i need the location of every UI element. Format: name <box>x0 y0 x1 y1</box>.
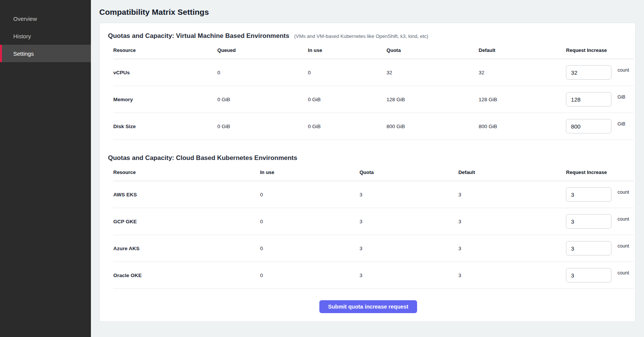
in-use-cell: 0 GiB <box>308 86 386 113</box>
cloud-table-header-row: Resource In use Quota Default Request In… <box>113 164 634 181</box>
resource-cell: Memory <box>113 86 217 113</box>
queued-cell: 0 <box>217 59 308 86</box>
in-use-cell: 0 GiB <box>308 113 386 140</box>
column-header-resource: Resource <box>113 42 217 59</box>
unit-label: count <box>617 270 629 276</box>
default-cell: 3 <box>458 181 566 208</box>
quota-cell: 3 <box>360 208 458 235</box>
unit-label: GiB <box>617 121 625 127</box>
table-row: vCPUs 0 0 32 32 count <box>113 59 634 86</box>
unit-label: count <box>617 216 629 222</box>
sidebar-item-overview[interactable]: Overview <box>0 10 91 27</box>
request-increase-input[interactable] <box>566 241 611 255</box>
table-row: Memory 0 GiB 0 GiB 128 GiB 128 GiB GiB <box>113 86 634 113</box>
cloud-section-heading: Quotas and Capacity: Cloud Based Kuberne… <box>108 154 628 162</box>
resource-cell: Azure AKS <box>113 235 260 262</box>
request-increase-input[interactable] <box>566 119 611 133</box>
resource-cell: vCPUs <box>113 59 217 86</box>
quota-cell: 32 <box>386 59 478 86</box>
unit-label: count <box>617 67 629 73</box>
column-header-resource: Resource <box>113 164 260 181</box>
sidebar-item-label: Overview <box>13 16 37 22</box>
quota-cell: 800 GiB <box>386 113 478 140</box>
vm-quota-table: Resource Queued In use Quota Default Req… <box>113 42 634 140</box>
in-use-cell: 0 <box>260 235 359 262</box>
column-header-quota: Quota <box>360 164 458 181</box>
page-title: Compatibility Matrix Settings <box>99 8 636 17</box>
request-cell: GiB <box>566 86 634 113</box>
default-cell: 3 <box>458 262 566 289</box>
default-cell: 3 <box>458 235 566 262</box>
column-header-request-increase: Request Increase <box>566 164 634 181</box>
resource-cell: Disk Size <box>113 113 217 140</box>
table-row: Oracle OKE 0 3 3 count <box>113 262 634 289</box>
queued-cell: 0 GiB <box>217 113 308 140</box>
request-cell: count <box>566 208 634 235</box>
column-header-request-increase: Request Increase <box>566 42 634 59</box>
sidebar-item-label: History <box>13 33 31 39</box>
sidebar-item-history[interactable]: History <box>0 27 91 45</box>
quota-cell: 3 <box>360 262 458 289</box>
sidebar-item-settings[interactable]: Settings <box>0 45 91 62</box>
vm-table-header-row: Resource Queued In use Quota Default Req… <box>113 42 634 59</box>
in-use-cell: 0 <box>260 208 359 235</box>
in-use-cell: 0 <box>260 262 359 289</box>
resource-cell: AWS EKS <box>113 181 260 208</box>
submit-row: Submit quota increase request <box>108 289 628 313</box>
request-increase-input[interactable] <box>566 268 611 282</box>
request-cell: count <box>566 262 634 289</box>
sidebar: Overview History Settings <box>0 0 91 337</box>
quota-cell: 3 <box>360 235 458 262</box>
default-cell: 128 GiB <box>479 86 566 113</box>
cloud-quota-table: Resource In use Quota Default Request In… <box>113 164 634 289</box>
request-increase-input[interactable] <box>566 214 611 229</box>
request-cell: count <box>566 181 634 208</box>
column-header-queued: Queued <box>217 42 308 59</box>
vm-section-subtitle: (VMs and VM-based Kubernetes like OpenSh… <box>294 33 428 39</box>
unit-label: GiB <box>617 94 625 100</box>
unit-label: count <box>617 243 629 249</box>
cloud-section-title: Quotas and Capacity: Cloud Based Kuberne… <box>108 154 297 161</box>
queued-cell: 0 GiB <box>217 86 308 113</box>
table-row: Azure AKS 0 3 3 count <box>113 235 634 262</box>
unit-label: count <box>617 190 629 195</box>
resource-cell: Oracle OKE <box>113 262 260 289</box>
quota-cell: 3 <box>360 181 458 208</box>
request-cell: GiB <box>566 113 634 140</box>
vm-section-heading: Quotas and Capacity: Virtual Machine Bas… <box>108 32 628 40</box>
submit-quota-increase-button[interactable]: Submit quota increase request <box>319 300 417 313</box>
request-increase-input[interactable] <box>566 65 611 80</box>
default-cell: 3 <box>458 208 566 235</box>
column-header-quota: Quota <box>386 42 478 59</box>
request-cell: count <box>566 235 634 262</box>
table-row: GCP GKE 0 3 3 count <box>113 208 634 235</box>
in-use-cell: 0 <box>308 59 386 86</box>
column-header-default: Default <box>458 164 566 181</box>
request-increase-input[interactable] <box>566 92 611 107</box>
table-row: Disk Size 0 GiB 0 GiB 800 GiB 800 GiB Gi… <box>113 113 634 140</box>
main-content: Compatibility Matrix Settings Quotas and… <box>91 0 644 337</box>
column-header-in-use: In use <box>308 42 386 59</box>
default-cell: 800 GiB <box>479 113 566 140</box>
request-increase-input[interactable] <box>566 187 611 202</box>
column-header-in-use: In use <box>260 164 359 181</box>
in-use-cell: 0 <box>260 181 359 208</box>
settings-card: Quotas and Capacity: Virtual Machine Bas… <box>99 23 636 322</box>
table-row: AWS EKS 0 3 3 count <box>113 181 634 208</box>
default-cell: 32 <box>479 59 566 86</box>
column-header-default: Default <box>479 42 566 59</box>
quota-cell: 128 GiB <box>386 86 478 113</box>
request-cell: count <box>566 59 634 86</box>
resource-cell: GCP GKE <box>113 208 260 235</box>
vm-section-title: Quotas and Capacity: Virtual Machine Bas… <box>108 32 289 39</box>
sidebar-item-label: Settings <box>13 50 34 57</box>
